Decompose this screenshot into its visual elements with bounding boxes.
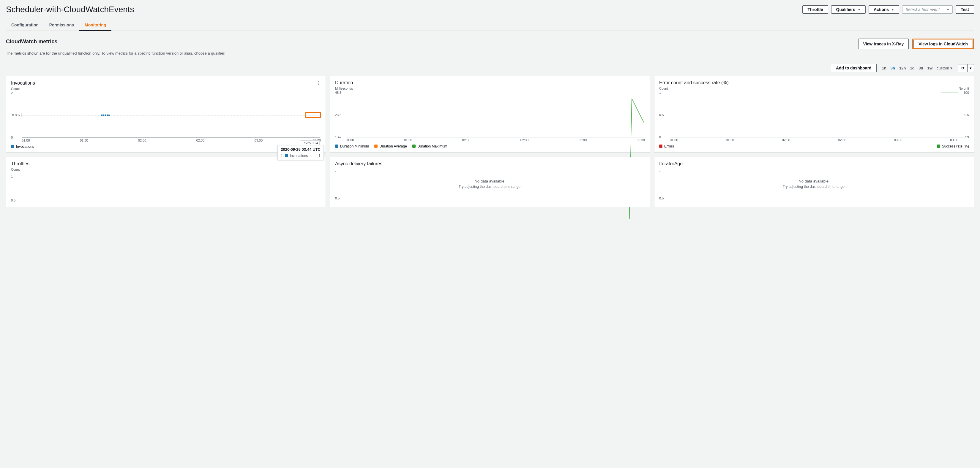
- plot-area: 1 0.5 No data available. Try adjusting t…: [659, 169, 969, 201]
- chart-unit: Count: [11, 168, 321, 171]
- swatch-icon: [11, 145, 14, 148]
- svg-point-2: [105, 114, 107, 116]
- chart-throttles: Throttles Count 1 0.5: [6, 157, 326, 207]
- header: Scheduler-with-CloudWatchEvents Throttle…: [6, 5, 974, 14]
- throttle-button[interactable]: Throttle: [802, 5, 828, 14]
- refresh-group: ↻ ▾: [958, 64, 974, 72]
- caret-down-icon: ▼: [947, 8, 950, 11]
- plot-area: 1 0.5 0 100 99.5 99: [659, 93, 969, 137]
- no-data-hint: Try adjusting the dashboard time range.: [350, 184, 630, 189]
- actions-dropdown[interactable]: Actions▼: [869, 5, 899, 14]
- swatch-icon: [285, 154, 288, 157]
- caret-down-icon: ▼: [858, 8, 861, 11]
- test-event-placeholder: Select a test event: [905, 7, 940, 12]
- refresh-options-button[interactable]: ▾: [967, 64, 974, 72]
- header-actions: Throttle Qualifiers▼ Actions▼ Select a t…: [802, 5, 974, 14]
- range-1d[interactable]: 1d: [910, 66, 914, 70]
- plot-markers: [22, 93, 111, 137]
- svg-point-0: [101, 114, 103, 116]
- refresh-icon: ↻: [961, 66, 964, 70]
- ytick: 0: [11, 136, 13, 139]
- chart-duration: Duration Milliseconds 45.5 23.5 1.47 01:…: [330, 76, 650, 152]
- refresh-button[interactable]: ↻: [958, 64, 967, 72]
- svg-point-1: [103, 114, 105, 116]
- view-xray-button[interactable]: View traces in X-Ray: [858, 38, 909, 49]
- charts-grid: Invocations ⋮ Count 2 0.987 0 09-25 03:4: [6, 76, 974, 207]
- ytick-highlighted: 0.987: [11, 113, 22, 117]
- test-button[interactable]: Test: [956, 5, 974, 14]
- plot-area: 1 0.5 No data available. Try adjusting t…: [335, 169, 645, 201]
- section-title: CloudWatch metrics: [6, 38, 57, 45]
- range-3h[interactable]: 3h: [891, 66, 895, 70]
- no-data-hint: Try adjusting the dashboard time range.: [675, 184, 954, 189]
- add-to-dashboard-button[interactable]: Add to dashboard: [831, 64, 877, 72]
- tooltip-row: 1. Invocations 1: [278, 153, 323, 160]
- actions-label: Actions: [873, 7, 889, 12]
- chart-unit-left: Count: [659, 87, 668, 90]
- chart-iterator-age: IteratorAge 1 0.5 No data available. Try…: [654, 157, 974, 207]
- view-xray-label: View traces in X-Ray: [863, 41, 904, 46]
- chart-title-row: Invocations ⋮: [11, 80, 321, 86]
- chart-title: Throttles: [11, 161, 321, 167]
- tabs: Configuration Permissions Monitoring: [6, 20, 974, 31]
- chart-errors: Error count and success rate (%) Count N…: [654, 76, 974, 152]
- view-logs-button[interactable]: View logs in CloudWatch: [913, 40, 973, 48]
- ytick: 45.5: [335, 91, 341, 94]
- chart-title: Invocations: [11, 81, 35, 86]
- ytick: 0.5: [335, 197, 340, 200]
- plot-area: 45.5 23.5 1.47: [335, 93, 645, 137]
- ytick: 1.47: [335, 135, 341, 139]
- swatch-icon: [659, 144, 662, 148]
- chart-title: Async delivery failures: [335, 161, 645, 167]
- range-3d[interactable]: 3d: [919, 66, 923, 70]
- throttle-label: Throttle: [807, 7, 823, 12]
- caret-down-icon: ▾: [970, 66, 972, 70]
- ytick: 0: [659, 135, 661, 139]
- tooltip-series: 1. Invocations: [281, 154, 308, 158]
- ytick: 1: [335, 170, 337, 174]
- tab-permissions[interactable]: Permissions: [44, 20, 79, 31]
- no-data-title: No data available.: [350, 179, 630, 183]
- tooltip-series-name: Invocations: [290, 154, 308, 158]
- caret-down-icon: ▾: [950, 66, 952, 70]
- no-data-message: No data available. Try adjusting the das…: [350, 179, 630, 189]
- chart-unit-right: No unit: [959, 87, 969, 90]
- ytick: 23.5: [335, 113, 341, 117]
- chart-tooltip: 2020-09-25 03:44 UTC 1. Invocations 1: [277, 145, 324, 160]
- page-title: Scheduler-with-CloudWatchEvents: [6, 5, 134, 14]
- ytick: 1: [659, 170, 661, 174]
- chart-title: Duration: [335, 80, 645, 86]
- range-custom[interactable]: custom ▾: [937, 66, 952, 70]
- plot-area: 1 0.5: [11, 174, 321, 203]
- chart-title: IteratorAge: [659, 161, 969, 167]
- section-description: The metrics shown are for the unqualifie…: [6, 51, 974, 56]
- time-range-picker: 1h 3h 12h 1d 3d 1w custom ▾: [882, 66, 952, 70]
- chart-unit: Count: [11, 87, 321, 90]
- range-1w[interactable]: 1w: [928, 66, 932, 70]
- chart-invocations: Invocations ⋮ Count 2 0.987 0 09-25 03:4: [6, 76, 326, 152]
- svg-point-3: [107, 114, 108, 116]
- kebab-icon[interactable]: ⋮: [316, 80, 321, 86]
- test-event-select[interactable]: Select a test event ▼: [902, 5, 953, 14]
- view-logs-label: View logs in CloudWatch: [918, 41, 968, 46]
- ytick: 2: [11, 91, 13, 95]
- qualifiers-dropdown[interactable]: Qualifiers▼: [831, 5, 866, 14]
- test-label: Test: [961, 7, 969, 12]
- range-12h[interactable]: 12h: [899, 66, 906, 70]
- chart-unit-row: Count No unit: [659, 87, 969, 90]
- no-data-message: No data available. Try adjusting the das…: [675, 179, 954, 189]
- ytick-right: 100: [964, 91, 969, 94]
- qualifiers-label: Qualifiers: [836, 7, 856, 12]
- chart-unit: Milliseconds: [335, 87, 645, 90]
- section-header-buttons: View traces in X-Ray View logs in CloudW…: [858, 38, 974, 49]
- range-1h[interactable]: 1h: [882, 66, 886, 70]
- ytick: 0.5: [11, 198, 16, 202]
- ytick: 0.5: [659, 113, 663, 117]
- tab-configuration[interactable]: Configuration: [6, 20, 44, 31]
- highlight-box: View logs in CloudWatch: [912, 38, 974, 49]
- chart-title: Error count and success rate (%): [659, 80, 969, 86]
- tab-monitoring[interactable]: Monitoring: [79, 20, 111, 31]
- caret-down-icon: ▼: [891, 8, 894, 11]
- swatch-icon: [335, 144, 338, 148]
- tooltip-index: 1.: [281, 154, 284, 158]
